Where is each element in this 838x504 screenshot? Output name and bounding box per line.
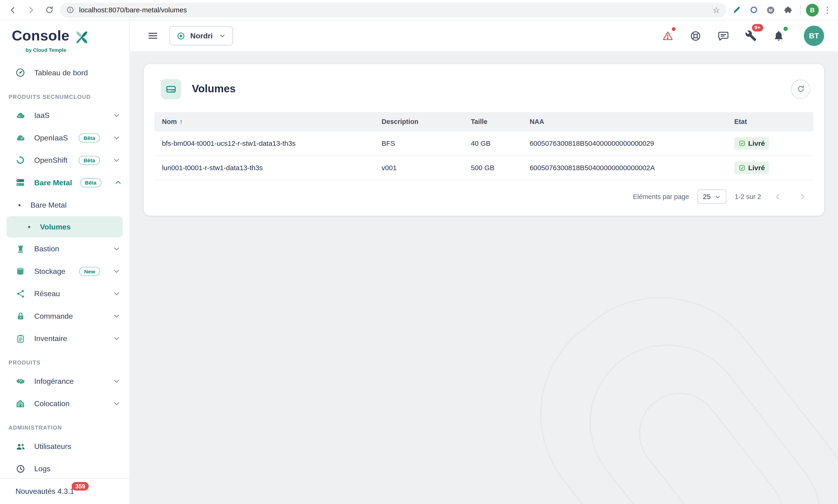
sidebar-item-stockage[interactable]: Stockage New	[0, 260, 130, 282]
bell-icon	[773, 30, 785, 42]
openshift-icon	[14, 155, 26, 165]
browser-menu-icon[interactable]: ⋮	[822, 5, 833, 14]
refresh-button[interactable]	[791, 79, 810, 99]
card-header: Volumes	[155, 73, 814, 112]
sidebar-item-infogerance[interactable]: Infogérance	[0, 370, 130, 392]
mail-extension-icon[interactable]: M	[764, 3, 778, 17]
main-content: Volumes Nom ↑ Description Taille NAA	[130, 51, 838, 504]
sidebar-item-iaas[interactable]: IaaS	[0, 104, 130, 126]
section-produits: PRODUITS	[0, 349, 130, 370]
chevron-down-icon	[714, 194, 721, 200]
sidebar-item-bastion[interactable]: Bastion	[0, 238, 130, 260]
table-row[interactable]: lun001-t0001-r-stw1-data13-th3s v001 500…	[155, 156, 814, 180]
cell-naa: 6005076300818B50400000000000002A	[530, 164, 734, 172]
privacy-extension-icon[interactable]	[747, 3, 760, 17]
sidebar-subitem-volumes[interactable]: • Volumes	[6, 216, 123, 238]
per-page-select[interactable]: 25	[698, 190, 726, 204]
logo-subtitle: by Cloud Temple	[25, 47, 121, 53]
next-page-button[interactable]	[794, 189, 810, 205]
column-header-naa[interactable]: NAA	[530, 118, 734, 125]
sidebar-item-utilisateurs[interactable]: Utilisateurs	[0, 435, 130, 457]
chevron-down-icon	[112, 111, 121, 120]
sidebar-item-logs[interactable]: Logs	[0, 457, 130, 478]
table-row[interactable]: bfs-bm004-t0001-ucs12-r-stw1-data13-th3s…	[155, 131, 814, 156]
sidebar-item-reseau[interactable]: Réseau	[0, 283, 130, 305]
sidebar: Console by Cloud Temple Tableau de bord	[0, 20, 130, 504]
sort-ascending-icon[interactable]: ↑	[179, 118, 183, 125]
app-frame: Console by Cloud Temple Tableau de bord	[0, 20, 838, 504]
back-button[interactable]	[5, 2, 20, 17]
reload-icon	[45, 5, 54, 14]
sidebar-toggle-button[interactable]	[147, 30, 159, 42]
chevron-down-icon	[112, 245, 121, 253]
sidebar-item-colocation[interactable]: Colocation	[0, 392, 130, 415]
cell-nom: bfs-bm004-t0001-ucs12-r-stw1-data13-th3s	[155, 139, 382, 147]
user-avatar[interactable]: BT	[804, 25, 824, 46]
sidebar-item-inventaire[interactable]: Inventaire	[0, 327, 130, 349]
status-badge: Livré	[734, 162, 769, 174]
support-button[interactable]	[688, 29, 702, 43]
whats-new-count-badge: 359	[72, 482, 89, 490]
url-text[interactable]: localhost:8070/bare-metal/volumes	[79, 6, 708, 14]
reload-button[interactable]	[42, 2, 56, 17]
app-header: Nordri 9+	[130, 20, 838, 51]
notifications-button[interactable]	[772, 29, 786, 43]
column-header-taille[interactable]: Taille	[471, 118, 530, 125]
column-header-etat[interactable]: Etat	[734, 118, 814, 125]
sidebar-item-openiaas[interactable]: OpenIaaS Bêta	[0, 126, 130, 149]
forward-button[interactable]	[23, 2, 38, 17]
tools-button[interactable]: 9+	[744, 29, 758, 43]
whats-new-link[interactable]: Nouveautés 4.3.1 359	[0, 478, 130, 504]
column-header-description[interactable]: Description	[381, 118, 471, 125]
color-picker-extension-icon[interactable]	[730, 3, 743, 17]
chevron-down-icon	[112, 156, 121, 164]
gauge-icon	[14, 67, 26, 78]
bookmark-star-icon[interactable]: ☆	[713, 6, 720, 14]
new-badge: New	[79, 267, 100, 276]
back-icon	[8, 5, 17, 15]
sidebar-item-commande[interactable]: Commande	[0, 305, 130, 327]
server-icon	[14, 177, 26, 188]
tools-icon	[745, 30, 757, 42]
cell-naa: 6005076300818B504000000000000029	[530, 139, 734, 147]
sidebar-subitem-bare-metal[interactable]: • Bare Metal	[0, 194, 130, 216]
chevron-down-icon	[112, 377, 121, 385]
chat-icon	[717, 30, 729, 42]
chevron-down-icon	[112, 399, 121, 408]
tower-icon	[14, 244, 26, 254]
lifebuoy-icon	[689, 30, 702, 42]
per-page-label: Eléments par page	[633, 193, 689, 201]
clipboard-icon	[14, 334, 26, 344]
menu-icon	[147, 30, 159, 42]
url-bar[interactable]: localhost:8070/bare-metal/volumes ☆	[60, 2, 726, 17]
chevron-up-icon	[114, 178, 122, 187]
sidebar-nav: Tableau de bord PRODUITS SECNUMCLOUD Iaa…	[0, 58, 130, 478]
chevron-down-icon	[112, 312, 121, 320]
feedback-button[interactable]	[716, 29, 730, 43]
house-icon	[14, 398, 26, 409]
sidebar-item-bare-metal[interactable]: Bare Metal Bêta	[0, 171, 130, 194]
main-column: Nordri 9+	[130, 20, 838, 504]
refresh-icon	[796, 85, 805, 94]
alerts-button[interactable]	[661, 29, 674, 43]
app-logo[interactable]: Console by Cloud Temple	[0, 20, 130, 58]
forward-icon	[26, 5, 36, 15]
browser-profile-avatar[interactable]: B	[806, 3, 819, 16]
pagination-range: 1-2 sur 2	[735, 193, 761, 201]
cell-description: BFS	[381, 139, 471, 147]
dragonfly-icon	[73, 29, 91, 46]
chevron-left-icon	[773, 192, 782, 201]
beta-badge: Bêta	[80, 178, 101, 187]
tenant-selector[interactable]: Nordri	[169, 26, 233, 46]
cell-etat: Livré	[734, 162, 814, 174]
status-badge: Livré	[734, 137, 769, 149]
column-header-nom[interactable]: Nom ↑	[155, 118, 382, 125]
sidebar-item-tableau-de-bord[interactable]: Tableau de bord	[0, 61, 130, 84]
previous-page-button[interactable]	[770, 189, 786, 205]
cell-description: v001	[381, 164, 471, 172]
cell-taille: 40 GB	[471, 139, 530, 147]
extensions-puzzle-icon[interactable]	[781, 3, 795, 17]
site-info-icon[interactable]	[66, 6, 74, 14]
sidebar-item-openshift[interactable]: OpenShift Bêta	[0, 149, 130, 171]
network-icon	[14, 288, 26, 299]
